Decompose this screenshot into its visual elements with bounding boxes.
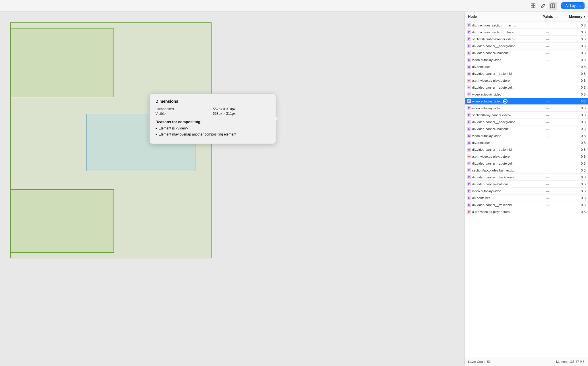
node-name: div.video-banner__quote.col... — [472, 162, 514, 165]
paints-value: — — [536, 79, 559, 82]
table-row[interactable]: Pa.btn-video.ps-play::before—0 B — [465, 208, 588, 215]
tooltip-dimensions-grid: Composited 552px × 310px Visible 553px ×… — [155, 107, 270, 116]
node-cell: Evideo.autoplay-video — [465, 134, 536, 138]
table-row[interactable]: Ediv.video-banner--halftone—0 B — [465, 49, 588, 56]
node-cell: Ediv.container — [465, 196, 536, 200]
node-cell: Ediv.video-banner--halftone — [465, 51, 536, 55]
paints-value: — — [536, 58, 559, 62]
table-row[interactable]: Ediv.video-banner__quote.col...—0 B — [465, 160, 588, 167]
table-row[interactable]: Ediv.container—0 B — [465, 139, 588, 146]
node-type-icon: E — [467, 65, 471, 69]
table-row[interactable]: Pa.btn-video.ps-play::before—0 B — [465, 153, 588, 160]
table-row[interactable]: Ediv.video-banner--halftone—0 B — [465, 181, 588, 188]
node-cell: Ediv.container — [465, 141, 536, 145]
table-row[interactable]: Esection#combat-banner.video-...—0 B — [465, 36, 588, 43]
table-row[interactable]: Ediv.video-banner__trailer.hid...—0 B — [465, 70, 588, 77]
panel-button[interactable] — [549, 2, 557, 10]
node-name: div.container — [472, 65, 490, 68]
table-row[interactable]: Evideo.autoplay-video—0 B — [465, 98, 588, 105]
node-cell: Evideo.autoplay-video — [465, 99, 536, 104]
node-cell: Evideo.autoplay-video — [465, 58, 536, 62]
memory-value: 0 B — [559, 65, 588, 68]
panel-footer: Layer Count: 52 Memory: 136.47 MB — [465, 357, 588, 366]
reasons-list: Element is <video> Element may overlap a… — [155, 126, 270, 137]
all-layers-button[interactable]: All Layers — [561, 2, 585, 9]
node-type-icon: E — [467, 113, 471, 117]
node-name: div.video-banner__background — [472, 120, 515, 124]
table-row[interactable]: Ediv.video-banner__background—0 B — [465, 43, 588, 49]
paints-value: — — [536, 127, 559, 131]
node-name: div.video-banner__background — [472, 176, 515, 179]
memory-value: 0 B — [559, 141, 588, 144]
node-type-icon: E — [467, 127, 471, 131]
grid-view-button[interactable] — [529, 2, 537, 10]
node-name: div.video-banner--halftone — [472, 51, 509, 55]
memory-value: 0 B — [559, 72, 588, 75]
table-row[interactable]: Pa.btn-video.ps-play::before—0 B — [465, 77, 588, 84]
table-row[interactable]: Esection#accolades-banner.vi...—0 B — [465, 167, 588, 174]
table-row[interactable]: Ediv.container—0 B — [465, 195, 588, 201]
table-row[interactable]: Ediv.machines_section__mach...—0 B — [465, 22, 588, 29]
node-type-icon: E — [467, 37, 471, 41]
canvas-content: Dimensions Composited 552px × 310px Visi… — [0, 12, 464, 366]
table-row[interactable]: Ediv.machines_section__chara...—0 B — [465, 29, 588, 36]
node-type-icon: E — [467, 141, 471, 145]
table-row[interactable]: Ediv.video-banner__trailer.hid...—0 B — [465, 201, 588, 208]
node-name: div.video-banner--halftone — [472, 182, 509, 186]
table-row[interactable]: Ediv.container—0 B — [465, 63, 588, 70]
node-type-icon: P — [467, 79, 471, 83]
node-name: video.autoplay-video — [472, 93, 501, 96]
memory-value: 0 B — [559, 30, 588, 34]
table-row[interactable]: Evideo.autoplay-video—0 B — [465, 91, 588, 98]
node-cell: Esection#accolades-banner.vi... — [465, 168, 536, 172]
col-node-header: Node — [465, 15, 536, 19]
node-name: div.video-banner__background — [472, 44, 515, 48]
paints-value: — — [536, 100, 559, 103]
table-row[interactable]: Evideo.autoplay-video—0 B — [465, 56, 588, 63]
node-name: video.autoplay-video — [472, 58, 501, 62]
node-cell: Pa.btn-video.ps-play::before — [465, 210, 536, 214]
node-type-icon: E — [467, 196, 471, 200]
node-cell: Pa.btn-video.ps-play::before — [465, 155, 536, 159]
table-row[interactable]: Ediv.video-banner--halftone—0 B — [465, 125, 588, 132]
node-type-icon: P — [467, 155, 471, 159]
svg-point-6 — [504, 100, 507, 103]
panel-icon — [550, 3, 555, 8]
table-row[interactable]: Ediv.video-banner__background—0 B — [465, 174, 588, 181]
memory-value: 0 B — [559, 51, 588, 55]
tooltip-title: Dimensions — [155, 99, 270, 104]
paints-value: — — [536, 65, 559, 68]
paints-value: — — [536, 44, 559, 48]
node-type-icon: E — [467, 30, 471, 34]
node-name: div.container — [472, 141, 490, 144]
svg-rect-0 — [531, 4, 533, 5]
table-row[interactable]: Evideo.autoplay-video—0 B — [465, 188, 588, 195]
table-row[interactable]: Evideo.autoplay-video—0 B — [465, 105, 588, 112]
inner-green-rect-top — [10, 28, 114, 97]
memory-value: 0 B — [559, 44, 588, 48]
pencil-button[interactable] — [539, 2, 547, 10]
memory-sort-chevron: ▼ — [583, 15, 586, 18]
panel-list[interactable]: Ediv.machines_section__mach...—0 BEdiv.m… — [465, 22, 588, 357]
memory-value: 0 B — [559, 24, 588, 27]
table-row[interactable]: Esection#alloy-banner.video-...—0 B — [465, 112, 588, 119]
node-type-icon: E — [467, 175, 471, 179]
memory-value: 0 B — [559, 162, 588, 165]
paints-value: — — [536, 203, 559, 207]
table-row[interactable]: Ediv.video-banner__background—0 B — [465, 119, 588, 125]
table-row[interactable]: Ediv.video-banner__quote.col...—0 B — [465, 84, 588, 91]
table-row[interactable]: Evideo.autoplay-video—0 B — [465, 132, 588, 139]
node-type-icon: E — [467, 51, 471, 55]
paints-value: — — [536, 141, 559, 144]
composited-value: 552px × 310px — [213, 107, 270, 111]
node-name: section#alloy-banner.video-... — [472, 113, 513, 117]
memory-value: 0 B — [559, 176, 588, 179]
node-name: div.container — [472, 196, 490, 200]
col-memory-header[interactable]: Memory ▼ — [559, 15, 588, 19]
table-row[interactable]: Ediv.video-banner__trailer.hid...—0 B — [465, 146, 588, 153]
svg-rect-2 — [531, 6, 533, 8]
paints-value: — — [536, 30, 559, 34]
canvas-area: Dimensions Composited 552px × 310px Visi… — [0, 12, 464, 366]
node-name: a.btn-video.ps-play::before — [472, 155, 510, 158]
layer-count: Layer Count: 52 — [468, 360, 491, 363]
